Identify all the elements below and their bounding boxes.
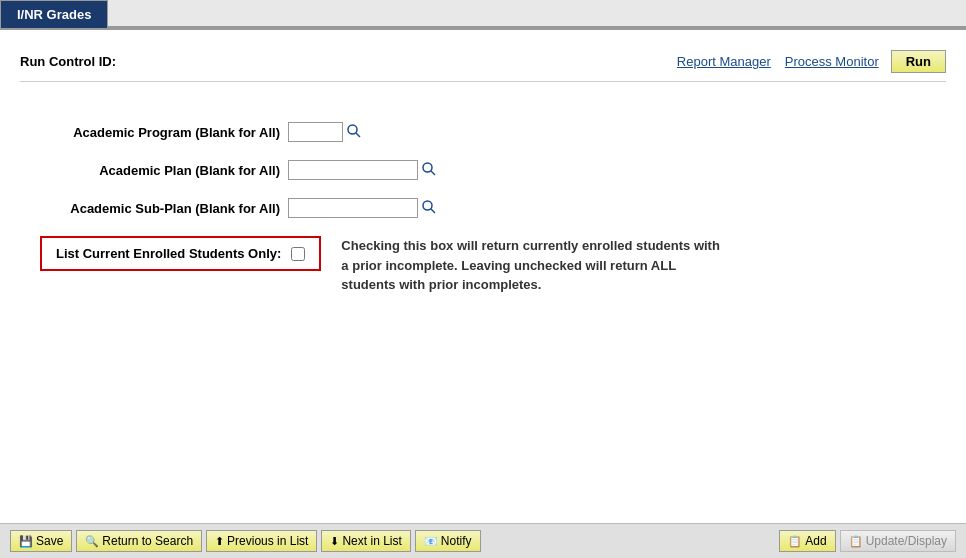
- desc-part5: students with prior incompletes.: [341, 277, 541, 292]
- svg-line-5: [431, 209, 435, 213]
- academic-subplan-search-icon[interactable]: [421, 199, 437, 218]
- bottom-toolbar: 💾 Save 🔍 Return to Search ⬆ Previous in …: [0, 523, 966, 558]
- checkbox-box: List Current Enrolled Students Only:: [40, 236, 321, 271]
- checkbox-description: Checking this box will return currently …: [341, 236, 721, 295]
- academic-program-label: Academic Program (Blank for All): [20, 125, 280, 140]
- academic-subplan-label: Academic Sub-Plan (Blank for All): [20, 201, 280, 216]
- academic-plan-label: Academic Plan (Blank for All): [20, 163, 280, 178]
- svg-point-2: [423, 163, 432, 172]
- svg-point-4: [423, 201, 432, 210]
- academic-plan-input[interactable]: [288, 160, 418, 180]
- desc-part4: return: [607, 258, 651, 273]
- update-display-label: Update/Display: [866, 534, 947, 548]
- checkbox-section: List Current Enrolled Students Only: Che…: [40, 236, 946, 295]
- desc-part2: return: [478, 238, 523, 253]
- main-content: Run Control ID: Report Manager Process M…: [0, 30, 966, 540]
- add-button[interactable]: 📋 Add: [779, 530, 835, 552]
- return-search-label: Return to Search: [102, 534, 193, 548]
- desc-bold4: ALL: [651, 258, 676, 273]
- return-search-icon: 🔍: [85, 535, 99, 548]
- return-search-button[interactable]: 🔍 Return to Search: [76, 530, 202, 552]
- academic-program-search-icon[interactable]: [346, 123, 362, 142]
- svg-line-1: [356, 133, 360, 137]
- academic-subplan-row: Academic Sub-Plan (Blank for All): [20, 198, 946, 218]
- checkbox-label: List Current Enrolled Students Only:: [56, 246, 281, 261]
- run-control-row: Run Control ID: Report Manager Process M…: [20, 40, 946, 82]
- academic-program-input[interactable]: [288, 122, 343, 142]
- form-area: Academic Program (Blank for All) Academi…: [20, 82, 946, 315]
- update-display-button[interactable]: 📋 Update/Display: [840, 530, 956, 552]
- previous-icon: ⬆: [215, 535, 224, 548]
- run-button[interactable]: Run: [891, 50, 946, 73]
- report-manager-link[interactable]: Report Manager: [677, 54, 771, 69]
- academic-subplan-input[interactable]: [288, 198, 418, 218]
- next-icon: ⬇: [330, 535, 339, 548]
- toolbar-left: 💾 Save 🔍 Return to Search ⬆ Previous in …: [10, 530, 481, 552]
- notify-icon: 📧: [424, 535, 438, 548]
- next-in-list-button[interactable]: ⬇ Next in List: [321, 530, 410, 552]
- svg-point-0: [348, 125, 357, 134]
- update-icon: 📋: [849, 535, 863, 548]
- process-monitor-link[interactable]: Process Monitor: [785, 54, 879, 69]
- academic-program-row: Academic Program (Blank for All): [20, 122, 946, 142]
- enrolled-students-checkbox[interactable]: [291, 247, 305, 261]
- desc-bold3: will: [586, 258, 607, 273]
- tab-bar: I/NR Grades: [0, 0, 966, 30]
- add-icon: 📋: [788, 535, 802, 548]
- academic-plan-search-icon[interactable]: [421, 161, 437, 180]
- notify-label: Notify: [441, 534, 472, 548]
- run-control-label: Run Control ID:: [20, 54, 116, 69]
- previous-label: Previous in List: [227, 534, 308, 548]
- save-icon: 💾: [19, 535, 33, 548]
- add-label: Add: [805, 534, 826, 548]
- desc-bold1: will: [457, 238, 478, 253]
- svg-line-3: [431, 171, 435, 175]
- academic-plan-row: Academic Plan (Blank for All): [20, 160, 946, 180]
- desc-part1: Checking this box: [341, 238, 457, 253]
- run-control-links: Report Manager Process Monitor: [677, 54, 879, 69]
- previous-in-list-button[interactable]: ⬆ Previous in List: [206, 530, 317, 552]
- next-label: Next in List: [342, 534, 401, 548]
- desc-bold2: currently enrolled: [523, 238, 633, 253]
- tab-inr-grades[interactable]: I/NR Grades: [0, 0, 108, 28]
- save-button[interactable]: 💾 Save: [10, 530, 72, 552]
- toolbar-right: 📋 Add 📋 Update/Display: [779, 530, 956, 552]
- save-label: Save: [36, 534, 63, 548]
- notify-button[interactable]: 📧 Notify: [415, 530, 481, 552]
